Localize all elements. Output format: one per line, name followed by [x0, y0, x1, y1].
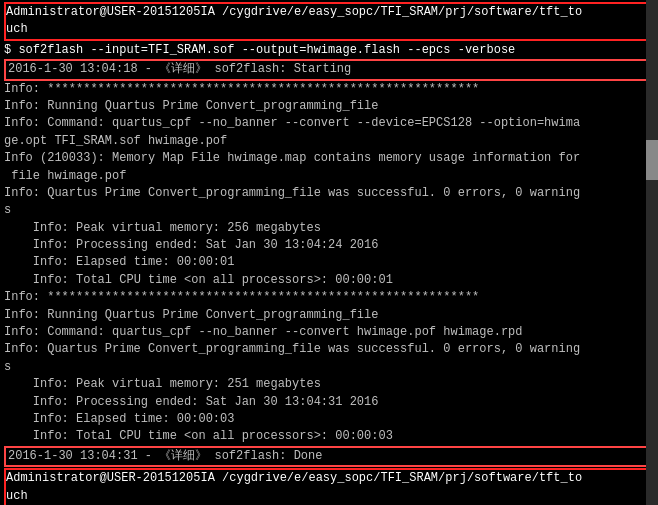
prompt-line-1: Administrator@USER-20151205IA /cygdrive/…	[6, 4, 652, 39]
info-elapsed-2: Info: Elapsed time: 00:00:03	[4, 411, 654, 428]
scrollbar-thumb[interactable]	[646, 140, 658, 180]
top-prompt-block: Administrator@USER-20151205IA /cygdrive/…	[4, 2, 654, 41]
scrollbar[interactable]	[646, 0, 658, 505]
terminal-window: Administrator@USER-20151205IA /cygdrive/…	[0, 0, 658, 505]
prompt-line-2: Administrator@USER-20151205IA /cygdrive/…	[6, 470, 652, 505]
command-line-1: $ sof2flash --input=TFI_SRAM.sof --outpu…	[4, 42, 654, 59]
info-memory-map: Info (210033): Memory Map File hwimage.m…	[4, 150, 654, 185]
info-cpu-2: Info: Total CPU time <on all processors>…	[4, 428, 654, 445]
info-running-1: Info: Running Quartus Prime Convert_prog…	[4, 98, 654, 115]
info-command-2: Info: Command: quartus_cpf --no_banner -…	[4, 324, 654, 341]
info-peak-2: Info: Peak virtual memory: 251 megabytes	[4, 376, 654, 393]
info-elapsed-1: Info: Elapsed time: 00:00:01	[4, 254, 654, 271]
info-processing-2: Info: Processing ended: Sat Jan 30 13:04…	[4, 394, 654, 411]
terminal-content: Administrator@USER-20151205IA /cygdrive/…	[0, 0, 658, 505]
done-line: 2016-1-30 13:04:31 - 《详细》 sof2flash: Don…	[4, 446, 654, 467]
info-cpu-1: Info: Total CPU time <on all processors>…	[4, 272, 654, 289]
bottom-prompt-block: Administrator@USER-20151205IA /cygdrive/…	[4, 468, 654, 505]
info-processing-1: Info: Processing ended: Sat Jan 30 13:04…	[4, 237, 654, 254]
info-running-2: Info: Running Quartus Prime Convert_prog…	[4, 307, 654, 324]
info-peak-1: Info: Peak virtual memory: 256 megabytes	[4, 220, 654, 237]
info-stars-1: Info: **********************************…	[4, 81, 654, 98]
starting-line: 2016-1-30 13:04:18 - 《详细》 sof2flash: Sta…	[4, 59, 654, 80]
info-successful-2: Info: Quartus Prime Convert_programming_…	[4, 341, 654, 376]
info-stars-2: Info: **********************************…	[4, 289, 654, 306]
info-command-1: Info: Command: quartus_cpf --no_banner -…	[4, 115, 654, 150]
info-successful-1: Info: Quartus Prime Convert_programming_…	[4, 185, 654, 220]
